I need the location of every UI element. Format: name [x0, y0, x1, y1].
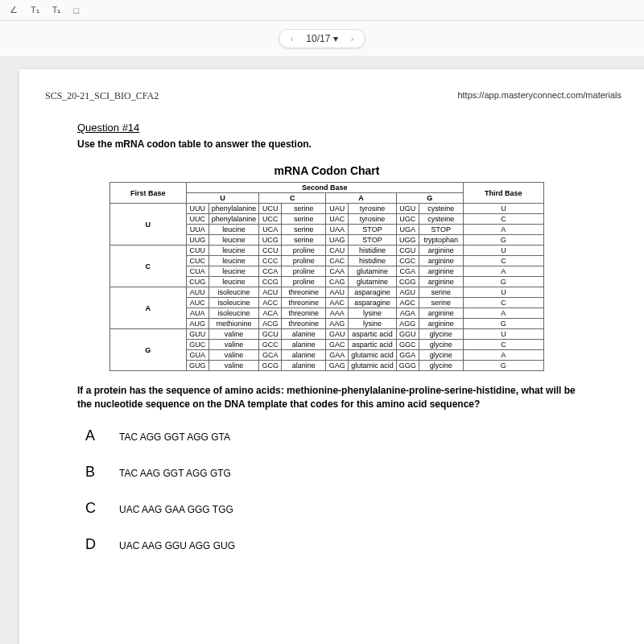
amino-cell: valine	[208, 350, 259, 361]
codon-cell: GCC	[259, 340, 282, 350]
toolbar-rect-icon[interactable]: □	[72, 4, 80, 17]
amino-cell: serine	[282, 225, 326, 235]
codon-cell: GCU	[259, 329, 282, 340]
answer-letter: C	[85, 500, 101, 517]
codon-cell: CCC	[259, 256, 282, 266]
pager: ‹ 10/17 ▾ ›	[0, 21, 644, 56]
col-u: U	[186, 193, 259, 204]
codon-cell: GGA	[396, 350, 419, 361]
codon-cell: UCC	[259, 214, 282, 225]
codon-cell: UUU	[186, 204, 208, 214]
codon-cell: CGC	[396, 256, 419, 266]
question-text: If a protein has the sequence of amino a…	[77, 384, 576, 411]
amino-cell: arginine	[419, 308, 463, 319]
answer-option[interactable]: CUAC AAG GAA GGG TGG	[85, 500, 576, 517]
third-base-cell: U	[463, 287, 543, 298]
codon-cell: CUG	[186, 277, 208, 287]
amino-cell: threonine	[282, 298, 326, 308]
amino-cell: lysine	[349, 308, 397, 319]
answer-text: UAC AAG GGU AGG GUG	[119, 540, 235, 551]
amino-cell: tryptophan	[419, 235, 463, 246]
amino-cell: serine	[282, 204, 326, 214]
amino-cell: lysine	[349, 319, 397, 329]
amino-cell: cysteine	[419, 204, 463, 214]
third-base-cell: C	[463, 214, 543, 225]
amino-cell: valine	[208, 329, 259, 340]
pager-label[interactable]: 10/17 ▾	[306, 33, 337, 44]
amino-cell: arginine	[419, 256, 463, 266]
codon-cell: ACU	[259, 287, 282, 298]
toolbar-text1-icon[interactable]: T₁	[29, 3, 41, 17]
toolbar: ∠ T₁ T₁ □	[0, 0, 644, 21]
codon-cell: AAC	[326, 298, 349, 308]
codon-cell: GCA	[259, 350, 282, 361]
pager-next-button[interactable]: ›	[349, 34, 356, 43]
answer-option[interactable]: BTAC AAG GGT AGG GTG	[85, 464, 576, 481]
question-instruction: Use the mRNA codon table to answer the q…	[77, 138, 576, 150]
codon-cell: GCG	[259, 361, 282, 371]
codon-cell: UAC	[326, 214, 349, 225]
amino-cell: valine	[208, 361, 259, 371]
codon-cell: CGA	[396, 266, 419, 277]
amino-cell: tyrosine	[349, 204, 397, 214]
answer-option[interactable]: DUAC AAG GGU AGG GUG	[85, 536, 576, 553]
amino-cell: arginine	[419, 319, 463, 329]
amino-cell: phenylalanine	[208, 214, 259, 225]
amino-cell: isoleucine	[208, 298, 259, 308]
third-base-cell: C	[463, 256, 543, 266]
codon-cell: UAU	[326, 204, 349, 214]
answer-option[interactable]: ATAC AGG GGT AGG GTA	[85, 427, 576, 444]
codon-cell: GAU	[326, 329, 349, 340]
amino-cell: leucine	[208, 246, 259, 256]
pager-prev-button[interactable]: ‹	[289, 34, 295, 43]
codon-cell: AUA	[186, 308, 208, 319]
codon-cell: GAG	[326, 361, 349, 371]
first-base-cell: A	[110, 287, 187, 329]
first-base-cell: U	[110, 204, 187, 246]
col-a: A	[326, 193, 397, 204]
doc-url: https://app.masteryconnect.com/materials	[457, 90, 621, 102]
first-base-cell: C	[110, 246, 187, 287]
amino-cell: cysteine	[419, 214, 463, 225]
amino-cell: leucine	[208, 277, 259, 287]
answer-text: TAC AGG GGT AGG GTA	[119, 431, 230, 443]
codon-cell: CGG	[396, 277, 419, 287]
col-first-base: First Base	[110, 183, 187, 204]
amino-cell: alanine	[282, 329, 326, 340]
amino-cell: serine	[419, 287, 463, 298]
codon-cell: ACC	[259, 298, 282, 308]
amino-cell: histidine	[349, 256, 397, 266]
amino-cell: histidine	[349, 246, 397, 256]
amino-cell: STOP	[349, 235, 397, 246]
answer-letter: B	[85, 464, 101, 481]
amino-cell: glycine	[419, 350, 463, 361]
codon-cell: CCU	[259, 246, 282, 256]
codon-cell: AUU	[186, 287, 208, 298]
amino-cell: glutamic acid	[349, 361, 397, 371]
toolbar-text2-icon[interactable]: T₁	[51, 3, 63, 17]
codon-cell: CCG	[259, 277, 282, 287]
toolbar-angle-icon[interactable]: ∠	[8, 3, 19, 17]
col-c: C	[259, 193, 326, 204]
amino-cell: threonine	[282, 319, 326, 329]
codon-cell: GAA	[326, 350, 349, 361]
codon-cell: AAG	[326, 319, 349, 329]
amino-cell: glutamine	[349, 277, 397, 287]
codon-cell: CGU	[396, 246, 419, 256]
question-block: Question #14 Use the mRNA codon table to…	[77, 122, 576, 553]
third-base-cell: G	[463, 277, 543, 287]
amino-cell: methionine	[208, 319, 259, 329]
amino-cell: threonine	[282, 287, 326, 298]
page-header-row: SCS_20-21_SCI_BIO_CFA2 https://app.maste…	[45, 90, 621, 102]
amino-cell: glycine	[419, 361, 463, 371]
codon-cell: ACG	[259, 319, 282, 329]
chart-title: mRNA Codon Chart	[77, 164, 576, 177]
codon-cell: CUC	[186, 256, 208, 266]
amino-cell: isoleucine	[208, 308, 259, 319]
amino-cell: STOP	[419, 225, 463, 235]
codon-cell: UUG	[186, 235, 208, 246]
answer-text: UAC AAG GAA GGG TGG	[119, 504, 233, 515]
col-g: G	[396, 193, 463, 204]
amino-cell: proline	[282, 246, 326, 256]
third-base-cell: U	[463, 246, 543, 256]
